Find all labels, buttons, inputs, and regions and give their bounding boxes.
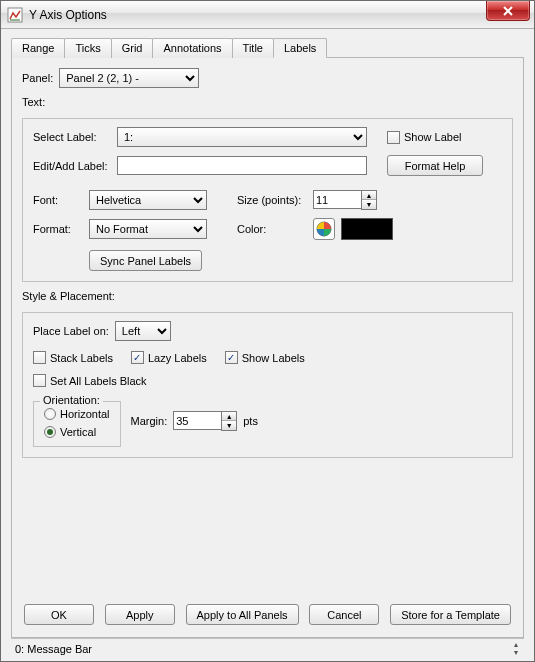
tab-grid[interactable]: Grid — [111, 38, 154, 58]
scroll-down-icon[interactable]: ▾ — [514, 649, 518, 657]
stack-labels-text: Stack Labels — [50, 352, 113, 364]
style-legend: Style & Placement: — [22, 290, 513, 302]
message-bar-text: 0: Message Bar — [15, 643, 92, 655]
show-label-text: Show Label — [404, 131, 462, 143]
size-input[interactable] — [313, 190, 361, 209]
set-black-text: Set All Labels Black — [50, 375, 147, 387]
orientation-margin-row: Orientation: Horizontal Vertical Margin: — [33, 395, 502, 447]
checkbox-icon: ✓ — [131, 351, 144, 364]
spin-up-icon[interactable]: ▲ — [222, 412, 236, 421]
close-button[interactable] — [486, 1, 530, 21]
set-black-checkbox[interactable]: Set All Labels Black — [33, 374, 147, 387]
color-swatch[interactable] — [341, 218, 393, 240]
checkbox-icon — [387, 131, 400, 144]
client-area: Range Ticks Grid Annotations Title Label… — [1, 29, 534, 661]
margin-unit: pts — [243, 415, 258, 427]
edit-label-row: Edit/Add Label: Format Help — [33, 155, 502, 176]
format-label: Format: — [33, 223, 83, 235]
lazy-labels-text: Lazy Labels — [148, 352, 207, 364]
close-icon — [502, 6, 514, 16]
select-label-dropdown[interactable]: 1: — [117, 127, 367, 147]
panel-label: Panel: — [22, 72, 53, 84]
sync-panel-labels-button[interactable]: Sync Panel Labels — [89, 250, 202, 271]
place-label-row: Place Label on: Left — [33, 321, 502, 341]
margin-row: Margin: ▲ ▼ pts — [131, 411, 258, 431]
checkbox-icon: ✓ — [225, 351, 238, 364]
window-title: Y Axis Options — [29, 8, 107, 22]
tab-title[interactable]: Title — [232, 38, 274, 58]
show-labels-text: Show Labels — [242, 352, 305, 364]
orientation-group: Orientation: Horizontal Vertical — [33, 401, 121, 447]
spin-up-icon[interactable]: ▲ — [362, 191, 376, 200]
checkbox-icon — [33, 351, 46, 364]
style-group: Place Label on: Left Stack Labels ✓ Lazy… — [22, 312, 513, 458]
edit-label-label: Edit/Add Label: — [33, 160, 111, 172]
label-flags-row: Stack Labels ✓ Lazy Labels ✓ Show Labels — [33, 351, 502, 364]
spin-down-icon[interactable]: ▼ — [222, 421, 236, 430]
size-label: Size (points): — [237, 194, 307, 206]
set-black-row: Set All Labels Black — [33, 374, 502, 387]
panel-select[interactable]: Panel 2 (2, 1) - — [59, 68, 199, 88]
select-label-row: Select Label: 1: Show Label — [33, 127, 502, 147]
message-scroll-arrows[interactable]: ▴ ▾ — [514, 641, 520, 657]
orientation-horizontal-radio[interactable]: Horizontal — [44, 408, 110, 420]
text-group: Select Label: 1: Show Label Edit/Add Lab… — [22, 118, 513, 282]
orientation-legend: Orientation: — [40, 394, 103, 406]
font-select[interactable]: Helvetica — [89, 190, 207, 210]
select-label-label: Select Label: — [33, 131, 111, 143]
edit-label-input[interactable] — [117, 156, 367, 175]
lazy-labels-checkbox[interactable]: ✓ Lazy Labels — [131, 351, 207, 364]
format-help-button[interactable]: Format Help — [387, 155, 483, 176]
radio-icon — [44, 426, 56, 438]
app-icon — [7, 7, 23, 23]
cancel-button[interactable]: Cancel — [309, 604, 379, 625]
format-color-row: Format: No Format Color: — [33, 218, 502, 240]
spin-down-icon[interactable]: ▼ — [362, 200, 376, 209]
apply-all-button[interactable]: Apply to All Panels — [186, 604, 299, 625]
store-template-button[interactable]: Store for a Template — [390, 604, 511, 625]
show-label-checkbox[interactable]: Show Label — [387, 131, 462, 144]
tab-strip: Range Ticks Grid Annotations Title Label… — [11, 37, 524, 58]
margin-label: Margin: — [131, 415, 168, 427]
text-legend: Text: — [22, 96, 513, 108]
sync-row: Sync Panel Labels — [33, 250, 502, 271]
orientation-vertical-radio[interactable]: Vertical — [44, 426, 110, 438]
tab-body: Panel: Panel 2 (2, 1) - Text: Select Lab… — [11, 58, 524, 638]
color-label: Color: — [237, 223, 307, 235]
color-picker-button[interactable] — [313, 218, 335, 240]
message-bar: 0: Message Bar ▴ ▾ — [11, 638, 524, 657]
show-labels-checkbox[interactable]: ✓ Show Labels — [225, 351, 305, 364]
size-spinner[interactable]: ▲ ▼ — [313, 190, 377, 210]
stack-labels-checkbox[interactable]: Stack Labels — [33, 351, 113, 364]
tab-ticks[interactable]: Ticks — [64, 38, 111, 58]
checkbox-icon — [33, 374, 46, 387]
place-label-label: Place Label on: — [33, 325, 109, 337]
font-label: Font: — [33, 194, 83, 206]
ok-button[interactable]: OK — [24, 604, 94, 625]
tab-range[interactable]: Range — [11, 38, 65, 58]
color-wheel-icon — [316, 221, 332, 237]
orientation-horizontal-text: Horizontal — [60, 408, 110, 420]
margin-spinner[interactable]: ▲ ▼ — [173, 411, 237, 431]
margin-input[interactable] — [173, 411, 221, 430]
apply-button[interactable]: Apply — [105, 604, 175, 625]
margin-spin-buttons[interactable]: ▲ ▼ — [221, 411, 237, 431]
panel-row: Panel: Panel 2 (2, 1) - — [22, 68, 513, 88]
orientation-vertical-text: Vertical — [60, 426, 96, 438]
format-select[interactable]: No Format — [89, 219, 207, 239]
dialog-window: Y Axis Options Range Ticks Grid Annotati… — [0, 0, 535, 662]
titlebar: Y Axis Options — [1, 1, 534, 29]
font-size-row: Font: Helvetica Size (points): ▲ ▼ — [33, 190, 502, 210]
radio-icon — [44, 408, 56, 420]
dialog-buttons: OK Apply Apply to All Panels Cancel Stor… — [22, 598, 513, 631]
place-label-select[interactable]: Left — [115, 321, 171, 341]
tab-labels[interactable]: Labels — [273, 38, 327, 58]
tab-annotations[interactable]: Annotations — [152, 38, 232, 58]
size-spin-buttons[interactable]: ▲ ▼ — [361, 190, 377, 210]
